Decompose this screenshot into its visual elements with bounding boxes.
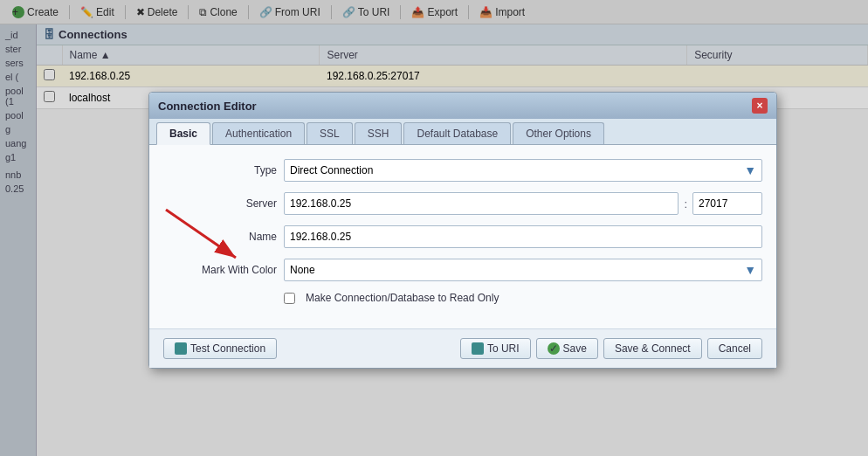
name-row: Name (163, 225, 762, 248)
connection-editor-dialog: Connection Editor × Basic Authentication… (148, 92, 777, 369)
tab-other-options[interactable]: Other Options (513, 122, 604, 144)
cancel-button[interactable]: Cancel (707, 338, 762, 359)
readonly-label: Make Connection/Database to Read Only (306, 292, 499, 304)
type-select[interactable]: Direct Connection ▼ (284, 159, 762, 182)
server-label: Server (163, 197, 277, 210)
test-connection-label: Test Connection (190, 342, 265, 355)
cancel-label: Cancel (719, 342, 751, 355)
type-row: Type Direct Connection ▼ (163, 159, 762, 182)
to-uri-label: To URI (487, 342, 520, 355)
dialog-footer: Test Connection To URI ✓ Save Save & Con… (149, 328, 776, 368)
server-host-input[interactable] (284, 192, 679, 215)
color-value: None (290, 264, 315, 276)
color-select[interactable]: None ▼ (284, 259, 762, 281)
server-port-input[interactable] (692, 192, 762, 215)
save-connect-label: Save & Connect (615, 342, 691, 355)
save-icon: ✓ (548, 342, 560, 355)
save-button[interactable]: ✓ Save (536, 338, 598, 359)
test-connection-button[interactable]: Test Connection (163, 338, 277, 359)
readonly-checkbox[interactable] (284, 293, 295, 304)
dialog-tabs: Basic Authentication SSL SSH Default Dat… (149, 119, 776, 145)
tab-authentication[interactable]: Authentication (212, 122, 305, 144)
color-dropdown-arrow: ▼ (744, 263, 756, 277)
save-label: Save (563, 342, 587, 355)
server-input-group: : (284, 192, 762, 215)
type-value: Direct Connection (290, 164, 373, 176)
to-uri-icon (472, 342, 484, 355)
tab-default-database[interactable]: Default Database (403, 122, 511, 144)
type-dropdown-arrow: ▼ (744, 163, 756, 177)
tab-ssh[interactable]: SSH (355, 122, 403, 144)
server-row: Server : (163, 192, 762, 215)
name-label: Name (163, 231, 277, 243)
readonly-checkbox-row: Make Connection/Database to Read Only (163, 292, 762, 304)
tab-basic[interactable]: Basic (156, 122, 210, 145)
save-connect-button[interactable]: Save & Connect (603, 338, 702, 359)
dialog-body: Type Direct Connection ▼ Server : Name M… (149, 145, 776, 328)
name-input[interactable] (284, 225, 762, 248)
color-label: Mark With Color (163, 264, 277, 276)
dialog-titlebar: Connection Editor × (149, 93, 776, 119)
to-uri-button[interactable]: To URI (460, 338, 531, 359)
dialog-close-button[interactable]: × (752, 98, 768, 114)
color-row: Mark With Color None ▼ (163, 259, 762, 281)
test-connection-icon (175, 342, 187, 355)
dialog-title: Connection Editor (158, 100, 257, 113)
type-label: Type (163, 164, 277, 176)
tab-ssl[interactable]: SSL (307, 122, 353, 144)
server-separator: : (684, 197, 687, 211)
